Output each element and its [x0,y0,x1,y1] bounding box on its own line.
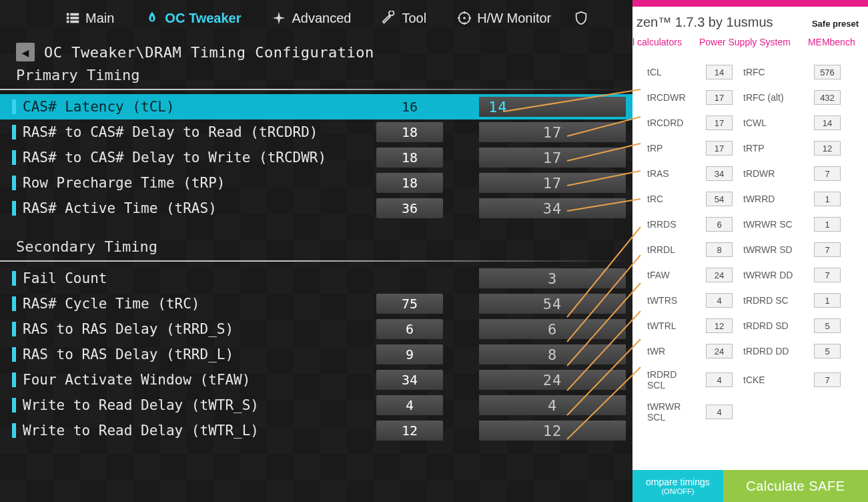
timing-row[interactable]: RAS# to CAS# Delay to Read (tRCDRD)1817 [0,119,632,145]
nav-tool[interactable]: Tool [370,11,438,26]
back-button[interactable]: ◀ [16,43,35,61]
nav-main[interactable]: Main [53,11,126,26]
nav-extra[interactable] [570,11,592,25]
calc-value[interactable]: 1 [814,217,841,232]
chevron-left-icon: ◀ [22,45,29,59]
tab-membench[interactable]: MEMbench [808,37,855,47]
nav-advanced[interactable]: Advanced [260,11,363,26]
timing-new-value[interactable]: 4 [479,395,626,415]
calc-value[interactable]: 17 [706,90,733,105]
calc-value[interactable]: 24 [706,344,733,358]
timing-row[interactable]: RAS to RAS Delay (tRRD_S)66 [0,316,632,342]
row-marker [12,372,16,387]
list-icon [65,11,80,25]
timing-current-value[interactable]: 12 [376,421,443,441]
timing-current-value[interactable]: 16 [376,97,443,117]
timing-label: Write to Read Delay (tWTR_S) [23,397,370,413]
calc-value[interactable]: 1 [814,293,841,308]
calc-value[interactable]: 14 [814,115,841,130]
calc-value[interactable]: 5 [814,318,841,333]
timing-row[interactable]: RAS# Active Time (tRAS)3634 [0,196,632,221]
calc-label: tWRWR DD [743,270,803,280]
calc-value[interactable]: 17 [706,115,733,130]
calc-label: tRP [647,143,695,154]
timing-new-value[interactable]: 14 [479,97,626,117]
nav-hw-monitor[interactable]: H/W Monitor [445,11,563,26]
timing-new-value[interactable]: 6 [479,319,626,339]
timing-row[interactable]: Write to Read Delay (tWTR_S)44 [0,393,632,418]
calc-value[interactable]: 34 [706,166,733,181]
timing-row[interactable]: CAS# Latency (tCL)1614 [0,94,632,119]
timing-new-value[interactable]: 8 [479,344,626,364]
timing-row[interactable]: Fail Count3 [0,266,632,291]
row-marker [12,201,16,216]
svg-point-7 [463,17,466,19]
calc-value[interactable]: 7 [814,166,841,181]
timing-new-value[interactable]: 24 [479,370,626,390]
timing-current-value[interactable]: 34 [376,370,443,390]
calc-value[interactable]: 54 [706,192,733,206]
timing-label: Write to Read Delay (tWTR_L) [23,423,370,439]
calc-value[interactable]: 7 [814,372,841,387]
calc-value[interactable]: 17 [706,141,733,156]
timing-new-value[interactable]: 12 [479,421,626,441]
preset-label: Safe preset [812,19,859,29]
row-marker [12,150,16,165]
calc-value[interactable]: 5 [814,344,841,358]
timing-new-value[interactable]: 3 [479,268,626,288]
timing-new-value[interactable]: 34 [479,198,626,218]
calc-label: tRDRD SCL [647,369,695,391]
calc-label: tWRWR SD [743,244,803,255]
calc-label: tWR [647,346,695,356]
compare-timings-button[interactable]: ompare timings (ON/OFF) [632,470,723,502]
calc-label: tWRRD [743,194,803,204]
calc-value[interactable]: 576 [814,65,841,79]
timing-row[interactable]: RAS to RAS Delay (tRRD_L)98 [0,342,632,367]
calc-value[interactable]: 4 [706,293,733,308]
timing-current-value[interactable]: 6 [376,319,443,339]
calc-value[interactable]: 8 [706,242,733,257]
timing-new-value[interactable]: 54 [479,294,626,314]
timing-new-value[interactable]: 17 [479,148,626,168]
calc-value[interactable]: 4 [706,405,733,419]
calc-value[interactable]: 432 [814,90,841,105]
timing-label: Row Precharge Time (tRP) [23,175,370,191]
calc-value[interactable]: 1 [814,192,841,206]
calc-value[interactable]: 7 [814,268,841,282]
calc-value[interactable]: 14 [706,65,733,79]
timing-new-value[interactable]: 17 [479,173,626,193]
calc-timing-grid: tCL14tRFC576tRCDWR17tRFC (alt)432tRCDRD1… [632,58,868,423]
timing-current-value[interactable]: 36 [376,198,443,218]
timing-row[interactable]: Row Precharge Time (tRP)1817 [0,170,632,196]
timing-current-value[interactable]: 18 [376,122,443,142]
timing-current-value[interactable]: 75 [376,294,443,314]
timing-row[interactable]: RAS# to CAS# Delay to Write (tRCDWR)1817 [0,145,632,170]
timing-current-value[interactable]: 18 [376,173,443,193]
breadcrumb: OC Tweaker\DRAM Timing Configuration [44,44,374,61]
tab-calculators[interactable]: l calculators [632,37,682,47]
timing-row[interactable]: RAS# Cycle Time (tRC)7554 [0,291,632,316]
timing-new-value[interactable]: 17 [479,122,626,142]
sparkle-icon [272,11,286,25]
timing-current-value[interactable]: 4 [376,395,443,415]
calc-label: tWRWR SCL [647,401,695,423]
compare-btn-line1: ompare timings [646,477,710,487]
calc-value[interactable]: 4 [706,372,733,387]
timing-row[interactable]: Four Activate Window (tFAW)3424 [0,367,632,393]
calculate-safe-button[interactable]: Calculate SAFE [723,470,868,502]
calc-label: tWRWR SC [743,219,803,230]
calc-label: tCKE [743,374,803,385]
calc-value[interactable]: 6 [706,217,733,232]
calc-value[interactable]: 24 [706,268,733,282]
calc-value[interactable]: 12 [706,318,733,333]
timing-row[interactable]: Write to Read Delay (tWTR_L)1212 [0,418,632,443]
svg-rect-0 [67,13,69,16]
timing-current-value[interactable]: 18 [376,148,443,168]
timing-label: Four Activate Window (tFAW) [23,372,370,388]
timing-label: RAS to RAS Delay (tRRD_L) [23,346,370,362]
calc-value[interactable]: 7 [814,242,841,257]
nav-oc-tweaker[interactable]: OC Tweaker [133,11,253,26]
timing-current-value[interactable]: 9 [376,344,443,364]
calc-value[interactable]: 12 [814,141,841,156]
tab-psu[interactable]: Power Supply System [699,37,791,47]
